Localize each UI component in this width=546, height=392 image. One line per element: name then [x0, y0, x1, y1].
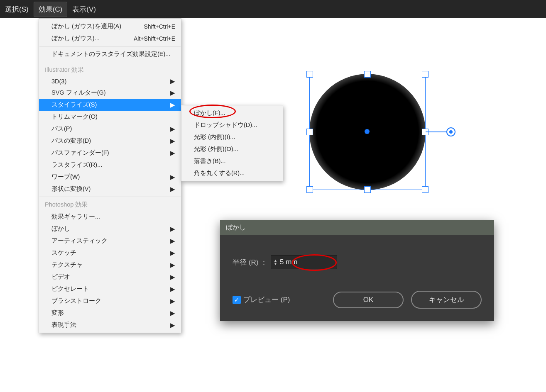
dialog-footer: ✓ プレビュー (P) OK キャンセル [233, 291, 482, 309]
menu-effect-gallery[interactable]: 効果ギャラリー... [39, 211, 181, 223]
menu-item-label: 表現手法 [51, 321, 175, 329]
menu-pathfinder[interactable]: パスファインダー(F) ▶ [39, 147, 181, 159]
menu-trim-marks[interactable]: トリムマーク(O) [39, 111, 181, 123]
menu-3d[interactable]: 3D(3) ▶ [39, 76, 181, 87]
menu-item-label: スケッチ [51, 249, 175, 257]
rotation-line [426, 131, 448, 132]
submenu-arrow-icon: ▶ [170, 102, 175, 108]
menu-item-label: 光彩 (外側)(O)... [194, 145, 277, 153]
menu-doc-raster[interactable]: ドキュメントのラスタライズ効果設定(E)... [39, 48, 181, 60]
menu-apply-last[interactable]: ぼかし (ガウス)を適用(A) Shift+Ctrl+E [39, 20, 181, 32]
radius-stepper[interactable]: ▲▼ [271, 255, 337, 269]
menu-item-label: アーティスティック [51, 237, 175, 245]
stepper-arrows-icon[interactable]: ▲▼ [274, 259, 277, 265]
menu-item-label: 効果ギャラリー... [51, 213, 175, 221]
submenu-arrow-icon: ▶ [170, 226, 175, 232]
menu-item-label: ビデオ [51, 273, 175, 281]
menu-separator [39, 46, 181, 46]
submenu-scribble[interactable]: 落書き(B)... [181, 155, 283, 167]
menu-item-label: テクスチャ [51, 261, 175, 269]
submenu-arrow-icon: ▶ [170, 274, 175, 280]
canvas-area [305, 66, 459, 195]
menu-view[interactable]: 表示(V) [67, 1, 101, 17]
menu-item-label: 角を丸くする(R)... [194, 169, 277, 177]
menu-item-label: 変形 [51, 309, 175, 317]
menu-ps-blur[interactable]: ぼかし ▶ [39, 223, 181, 235]
menu-item-label: スタイライズ(S) [51, 101, 175, 109]
submenu-arrow-icon: ▶ [170, 286, 175, 292]
submenu-arrow-icon: ▶ [170, 238, 175, 244]
submenu-arrow-icon: ▶ [170, 138, 175, 144]
preview-toggle[interactable]: ✓ プレビュー (P) [233, 295, 326, 304]
resize-handle[interactable] [364, 71, 371, 78]
submenu-arrow-icon: ▶ [170, 174, 175, 180]
menu-warp[interactable]: ワープ(W) ▶ [39, 171, 181, 183]
menu-item-label: ぼかし (ガウス)を適用(A) [51, 22, 144, 30]
submenu-arrow-icon: ▶ [170, 298, 175, 304]
radius-label: 半径 (R) ： [233, 258, 267, 267]
menu-item-label: ドキュメントのラスタライズ効果設定(E)... [51, 50, 175, 58]
menu-rasterize[interactable]: ラスタライズ(R)... [39, 159, 181, 171]
menu-stylize[interactable]: スタイライズ(S) ▶ [39, 99, 181, 111]
menu-item-label: パス(P) [51, 125, 175, 133]
menu-texture[interactable]: テクスチャ ▶ [39, 259, 181, 271]
menu-svg-filter[interactable]: SVG フィルター(G) ▶ [39, 87, 181, 99]
menu-pixelate[interactable]: ピクセレート ▶ [39, 283, 181, 295]
rotation-handle[interactable] [446, 127, 455, 136]
menu-convert-shape[interactable]: 形状に変換(V) ▶ [39, 183, 181, 195]
submenu-arrow-icon: ▶ [170, 90, 175, 96]
menu-blur-gauss[interactable]: ぼかし (ガウス)... Alt+Shift+Ctrl+E [39, 32, 181, 44]
blur-dialog: ぼかし 半径 (R) ： ▲▼ ✓ プレビュー (P) OK キャンセル [220, 220, 494, 321]
submenu-arrow-icon: ▶ [170, 262, 175, 268]
menu-path[interactable]: パス(P) ▶ [39, 123, 181, 135]
menu-video[interactable]: ビデオ ▶ [39, 271, 181, 283]
submenu-inner-glow[interactable]: 光彩 (内側)(I)... [181, 131, 283, 143]
menu-sketch[interactable]: スケッチ ▶ [39, 247, 181, 259]
menu-item-label: ぼかし [51, 225, 175, 233]
submenu-blur[interactable]: ぼかし(F)... [181, 107, 283, 119]
radius-input[interactable] [279, 258, 329, 266]
submenu-drop-shadow[interactable]: ドロップシャドウ(D)... [181, 119, 283, 131]
menu-separator [39, 62, 181, 62]
menu-distort[interactable]: 変形 ▶ [39, 307, 181, 319]
menu-path-distort[interactable]: パスの変形(D) ▶ [39, 135, 181, 147]
dialog-title: ぼかし [220, 220, 494, 235]
preview-label-text: プレビュー (P) [243, 295, 290, 304]
menu-separator [39, 197, 181, 197]
menu-render[interactable]: 表現手法 ▶ [39, 319, 181, 331]
shortcut-text: Shift+Ctrl+E [144, 23, 175, 30]
menu-item-label: 形状に変換(V) [51, 185, 175, 193]
menu-item-label: ブラシストローク [51, 297, 175, 305]
menu-item-label: パスの変形(D) [51, 137, 175, 145]
submenu-arrow-icon: ▶ [170, 250, 175, 256]
menu-item-label: ぼかし (ガウス)... [51, 34, 134, 42]
menu-effect[interactable]: 効果(C) [34, 2, 68, 17]
menu-item-label: 光彩 (内側)(I)... [194, 133, 277, 141]
dialog-body: 半径 (R) ： ▲▼ ✓ プレビュー (P) OK キャンセル [220, 235, 494, 321]
menu-item-label: ピクセレート [51, 285, 175, 293]
submenu-arrow-icon: ▶ [170, 150, 175, 156]
submenu-round-corners[interactable]: 角を丸くする(R)... [181, 167, 283, 179]
resize-handle[interactable] [306, 129, 313, 135]
menu-brush-strokes[interactable]: ブラシストローク ▶ [39, 295, 181, 307]
menu-select[interactable]: 選択(S) [0, 1, 34, 17]
resize-handle[interactable] [306, 186, 313, 193]
menu-item-label: ドロップシャドウ(D)... [194, 121, 277, 129]
effect-dropdown: ぼかし (ガウス)を適用(A) Shift+Ctrl+E ぼかし (ガウス)..… [39, 18, 181, 333]
submenu-arrow-icon: ▶ [170, 310, 175, 317]
cancel-button[interactable]: キャンセル [411, 291, 482, 309]
resize-handle[interactable] [364, 186, 371, 193]
menu-item-label: ワープ(W) [51, 173, 175, 181]
resize-handle[interactable] [422, 71, 428, 78]
resize-handle[interactable] [422, 186, 428, 193]
submenu-outer-glow[interactable]: 光彩 (外側)(O)... [181, 143, 283, 155]
menu-item-label: SVG フィルター(G) [51, 89, 175, 97]
menu-artistic[interactable]: アーティスティック ▶ [39, 235, 181, 247]
menu-item-label: ラスタライズ(R)... [51, 161, 175, 169]
resize-handle[interactable] [306, 71, 313, 78]
checkbox-checked-icon[interactable]: ✓ [233, 296, 241, 304]
ok-button[interactable]: OK [333, 292, 404, 308]
submenu-arrow-icon: ▶ [170, 186, 175, 192]
submenu-arrow-icon: ▶ [170, 322, 175, 329]
menu-item-label: パスファインダー(F) [51, 149, 175, 157]
